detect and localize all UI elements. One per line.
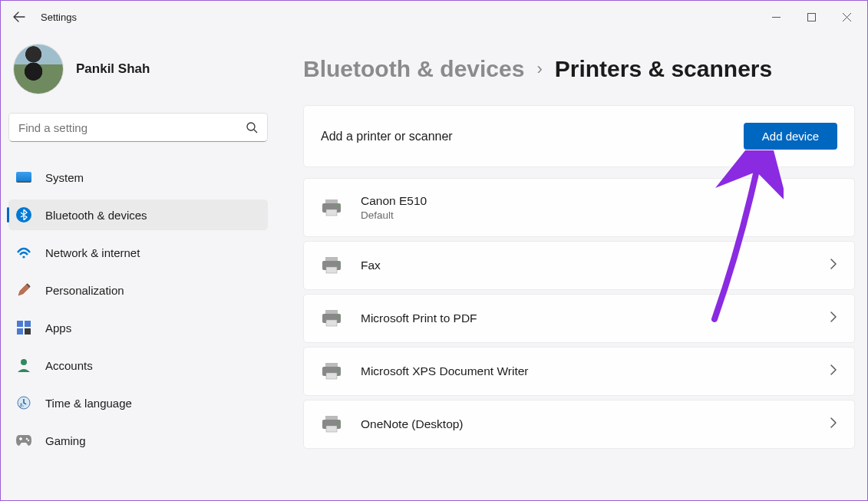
printer-icon	[321, 363, 342, 380]
chevron-right-icon	[830, 258, 837, 273]
personalization-icon	[16, 282, 31, 298]
nav-label: Personalization	[45, 284, 124, 297]
breadcrumb-parent[interactable]: Bluetooth & devices	[303, 56, 524, 82]
svg-line-3	[254, 130, 257, 133]
device-name: Canon E510	[361, 194, 837, 208]
nav-item-apps[interactable]: Apps	[8, 312, 268, 343]
window-controls	[758, 5, 864, 28]
apps-icon	[16, 320, 31, 335]
svg-point-2	[247, 123, 255, 130]
svg-rect-28	[326, 373, 337, 379]
network-icon	[16, 245, 31, 260]
svg-text:あ: あ	[19, 403, 24, 408]
maximize-button[interactable]	[794, 5, 829, 28]
sidebar: Pankil Shah System Bluetooth & devices N…	[1, 33, 277, 500]
svg-point-9	[21, 359, 27, 365]
accounts-icon	[16, 358, 31, 373]
nav-item-bluetooth-devices[interactable]: Bluetooth & devices	[8, 199, 268, 230]
svg-rect-32	[326, 426, 337, 432]
svg-rect-26	[325, 363, 338, 367]
profile-section[interactable]: Pankil Shah	[8, 33, 268, 108]
printer-icon	[321, 310, 342, 327]
nav-item-gaming[interactable]: Gaming	[8, 425, 268, 456]
svg-rect-30	[325, 416, 338, 420]
svg-rect-8	[25, 328, 31, 335]
svg-point-29	[337, 369, 338, 371]
add-device-label: Add a printer or scanner	[321, 130, 453, 143]
svg-point-25	[337, 316, 338, 318]
nav-item-personalization[interactable]: Personalization	[8, 275, 268, 305]
chevron-right-icon	[830, 311, 837, 326]
device-subtitle: Default	[361, 209, 837, 221]
nav-item-time-language[interactable]: あ Time & language	[8, 387, 268, 418]
time-language-icon: あ	[16, 395, 31, 410]
minimize-icon	[772, 13, 781, 21]
nav-label: Time & language	[45, 397, 132, 410]
arrow-left-icon	[13, 11, 25, 23]
nav-item-network[interactable]: Network & internet	[8, 237, 268, 268]
printer-item[interactable]: Fax	[303, 241, 855, 290]
svg-rect-6	[25, 321, 31, 327]
page-title: Printers & scanners	[555, 56, 772, 82]
svg-rect-22	[325, 310, 338, 314]
device-name: OneNote (Desktop)	[361, 417, 811, 431]
nav-list: System Bluetooth & devices Network & int…	[8, 162, 268, 456]
printer-item[interactable]: Canon E510Default	[303, 178, 855, 237]
device-name: Microsoft XPS Document Writer	[361, 364, 811, 378]
nav-label: Apps	[45, 321, 71, 335]
printer-item[interactable]: OneNote (Desktop)	[303, 400, 855, 449]
maximize-icon	[807, 13, 816, 21]
device-text: Canon E510Default	[361, 194, 837, 221]
titlebar: Settings	[1, 1, 867, 33]
svg-point-21	[337, 263, 338, 265]
device-text: OneNote (Desktop)	[361, 417, 811, 431]
svg-point-13	[28, 440, 29, 441]
close-icon	[843, 13, 851, 21]
svg-point-4	[22, 255, 25, 258]
svg-rect-14	[325, 199, 338, 203]
nav-item-accounts[interactable]: Accounts	[8, 350, 268, 381]
svg-point-12	[26, 438, 28, 440]
device-text: Microsoft Print to PDF	[361, 311, 811, 325]
breadcrumb: Bluetooth & devices › Printers & scanner…	[303, 56, 855, 82]
system-icon	[16, 170, 31, 185]
user-name: Pankil Shah	[76, 61, 150, 77]
back-button[interactable]	[4, 2, 35, 32]
add-device-section: Add a printer or scanner Add device	[303, 105, 855, 167]
device-text: Fax	[361, 259, 811, 272]
svg-rect-18	[325, 257, 338, 261]
printer-icon	[321, 199, 342, 216]
svg-rect-24	[326, 320, 337, 326]
search-icon	[246, 121, 258, 133]
chevron-right-icon: ›	[536, 59, 542, 79]
search-input[interactable]	[18, 121, 246, 134]
bluetooth-icon	[16, 207, 31, 222]
svg-rect-1	[807, 13, 815, 21]
printer-item[interactable]: Microsoft XPS Document Writer	[303, 347, 855, 396]
chevron-right-icon	[830, 417, 837, 432]
nav-item-system[interactable]: System	[8, 162, 268, 193]
svg-rect-20	[326, 267, 337, 273]
avatar	[13, 44, 64, 94]
svg-point-33	[337, 422, 338, 424]
nav-label: Bluetooth & devices	[45, 209, 147, 222]
printer-item[interactable]: Microsoft Print to PDF	[303, 294, 855, 343]
nav-label: Accounts	[45, 359, 93, 372]
search-box[interactable]	[8, 113, 268, 142]
close-button[interactable]	[829, 5, 864, 28]
svg-rect-16	[326, 209, 337, 216]
chevron-right-icon	[830, 364, 837, 379]
gaming-icon	[16, 433, 31, 448]
printer-icon	[321, 416, 342, 433]
nav-label: System	[45, 171, 84, 184]
add-device-button[interactable]: Add device	[744, 123, 837, 150]
printer-icon	[321, 257, 342, 274]
minimize-button[interactable]	[758, 5, 794, 28]
app-title: Settings	[41, 12, 77, 23]
svg-rect-5	[17, 321, 23, 327]
svg-rect-7	[17, 328, 23, 335]
svg-point-17	[337, 205, 338, 206]
device-text: Microsoft XPS Document Writer	[361, 364, 811, 378]
main-content: Bluetooth & devices › Printers & scanner…	[277, 33, 867, 500]
device-name: Microsoft Print to PDF	[361, 311, 811, 325]
